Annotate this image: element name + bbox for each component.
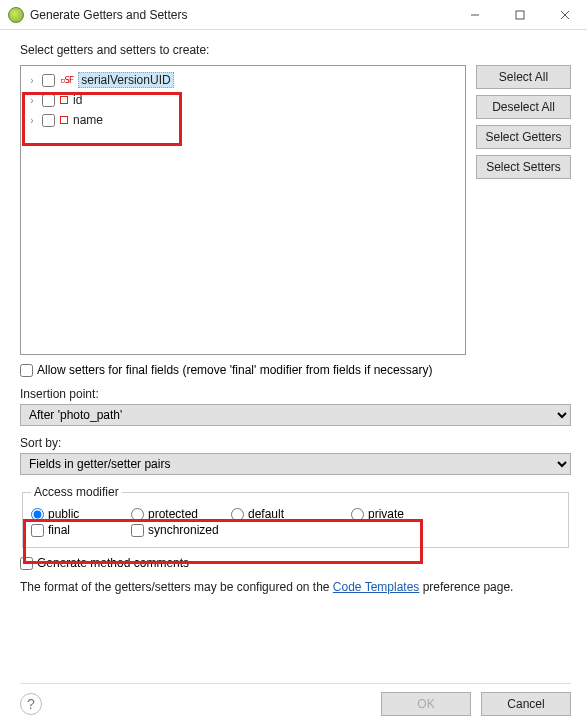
radio-private-label: private [368,507,404,521]
sort-by-label: Sort by: [20,436,571,450]
radio-private[interactable]: private [351,507,451,521]
deselect-all-button[interactable]: Deselect All [476,95,571,119]
chevron-right-icon[interactable]: › [27,75,37,86]
generate-comments-row[interactable]: Generate method comments [20,556,571,570]
sort-by-select[interactable]: Fields in getter/setter pairs [20,453,571,475]
chevron-right-icon[interactable]: › [27,95,37,106]
window-title: Generate Getters and Setters [30,8,452,22]
tree-item-name[interactable]: › name [23,110,463,130]
radio-default-label: default [248,507,284,521]
insertion-point-label: Insertion point: [20,387,571,401]
radio-public-label: public [48,507,79,521]
tree-item-serialversionuid[interactable]: › ▫SF serialVersionUID [23,70,463,90]
select-all-button[interactable]: Select All [476,65,571,89]
tree-item-label: serialVersionUID [78,72,173,88]
title-bar: Generate Getters and Setters [0,0,587,30]
checkbox-final[interactable]: final [31,523,131,537]
field-icon [60,116,68,124]
tree-checkbox[interactable] [42,114,55,127]
checkbox-synchronized-label: synchronized [148,523,219,537]
radio-protected-label: protected [148,507,198,521]
ok-button[interactable]: OK [381,692,471,716]
allow-setters-row[interactable]: Allow setters for final fields (remove '… [20,363,571,377]
select-setters-button[interactable]: Select Setters [476,155,571,179]
instruction-label: Select getters and setters to create: [20,43,571,57]
generate-comments-label: Generate method comments [37,556,189,570]
insertion-point-select[interactable]: After 'photo_path' [20,404,571,426]
checkbox-synchronized-input[interactable] [131,524,144,537]
generate-comments-checkbox[interactable] [20,557,33,570]
footnote-suffix: preference page. [423,580,514,594]
access-modifier-group: Access modifier public protected default… [22,485,569,548]
tree-item-label: id [73,93,82,107]
radio-protected[interactable]: protected [131,507,231,521]
maximize-button[interactable] [497,0,542,30]
allow-setters-checkbox[interactable] [20,364,33,377]
cancel-button[interactable]: Cancel [481,692,571,716]
radio-public-input[interactable] [31,508,44,521]
field-icon [60,96,68,104]
footnote-prefix: The format of the getters/setters may be… [20,580,333,594]
chevron-right-icon[interactable]: › [27,115,37,126]
radio-default-input[interactable] [231,508,244,521]
fields-tree[interactable]: › ▫SF serialVersionUID › id › name [20,65,466,355]
tree-checkbox[interactable] [42,74,55,87]
tree-item-id[interactable]: › id [23,90,463,110]
close-button[interactable] [542,0,587,30]
radio-protected-input[interactable] [131,508,144,521]
checkbox-final-label: final [48,523,70,537]
help-icon[interactable]: ? [20,693,42,715]
svg-rect-1 [516,11,524,19]
select-getters-button[interactable]: Select Getters [476,125,571,149]
tree-item-label: name [73,113,103,127]
access-modifier-legend: Access modifier [31,485,122,499]
static-final-badge: ▫SF [60,75,73,85]
footnote: The format of the getters/setters may be… [20,580,571,594]
radio-default[interactable]: default [231,507,351,521]
minimize-button[interactable] [452,0,497,30]
checkbox-synchronized[interactable]: synchronized [131,523,231,537]
radio-private-input[interactable] [351,508,364,521]
app-icon [8,7,24,23]
tree-checkbox[interactable] [42,94,55,107]
checkbox-final-input[interactable] [31,524,44,537]
radio-public[interactable]: public [31,507,131,521]
allow-setters-label: Allow setters for final fields (remove '… [37,363,432,377]
code-templates-link[interactable]: Code Templates [333,580,420,594]
